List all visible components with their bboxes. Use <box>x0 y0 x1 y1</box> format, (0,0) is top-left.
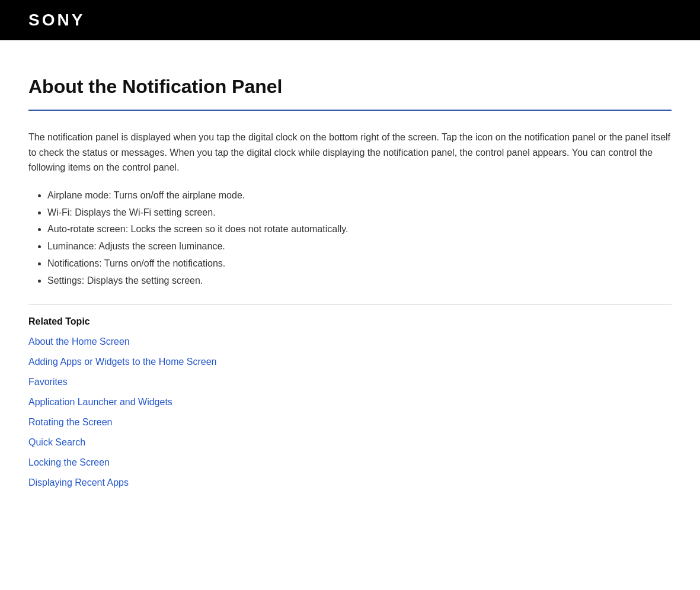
page-title: About the Notification Panel <box>28 76 672 98</box>
bullet-item: Settings: Displays the setting screen. <box>47 272 672 290</box>
bottom-divider <box>28 304 672 304</box>
list-item: Favorites <box>28 377 672 387</box>
sony-logo: SONY <box>28 11 85 30</box>
related-link[interactable]: Application Launcher and Widgets <box>28 397 172 407</box>
related-link[interactable]: Rotating the Screen <box>28 417 112 427</box>
bullet-item: Notifications: Turns on/off the notifica… <box>47 255 672 272</box>
list-item: Quick Search <box>28 437 672 448</box>
bullet-item: Auto-rotate screen: Locks the screen so … <box>47 221 672 238</box>
list-item: About the Home Screen <box>28 336 672 347</box>
list-item: Locking the Screen <box>28 457 672 468</box>
related-link[interactable]: About the Home Screen <box>28 336 130 347</box>
related-link[interactable]: Adding Apps or Widgets to the Home Scree… <box>28 357 217 367</box>
main-content: About the Notification Panel The notific… <box>0 40 700 526</box>
related-links: About the Home ScreenAdding Apps or Widg… <box>28 336 672 488</box>
list-item: Rotating the Screen <box>28 417 672 428</box>
bullet-item: Airplane mode: Turns on/off the airplane… <box>47 187 672 204</box>
bullet-item: Wi-Fi: Displays the Wi-Fi setting screen… <box>47 204 672 222</box>
body-text: The notification panel is displayed when… <box>28 130 672 175</box>
bullet-item: Luminance: Adjusts the screen luminance. <box>47 238 672 255</box>
list-item: Adding Apps or Widgets to the Home Scree… <box>28 357 672 367</box>
site-header: SONY <box>0 0 700 40</box>
related-link[interactable]: Favorites <box>28 377 68 387</box>
top-divider <box>28 110 672 111</box>
bullet-list: Airplane mode: Turns on/off the airplane… <box>47 187 672 290</box>
related-link[interactable]: Quick Search <box>28 437 85 447</box>
list-item: Application Launcher and Widgets <box>28 397 672 408</box>
list-item: Displaying Recent Apps <box>28 477 672 488</box>
related-link[interactable]: Locking the Screen <box>28 457 110 467</box>
related-topic-heading: Related Topic <box>28 316 672 327</box>
related-link[interactable]: Displaying Recent Apps <box>28 477 129 488</box>
